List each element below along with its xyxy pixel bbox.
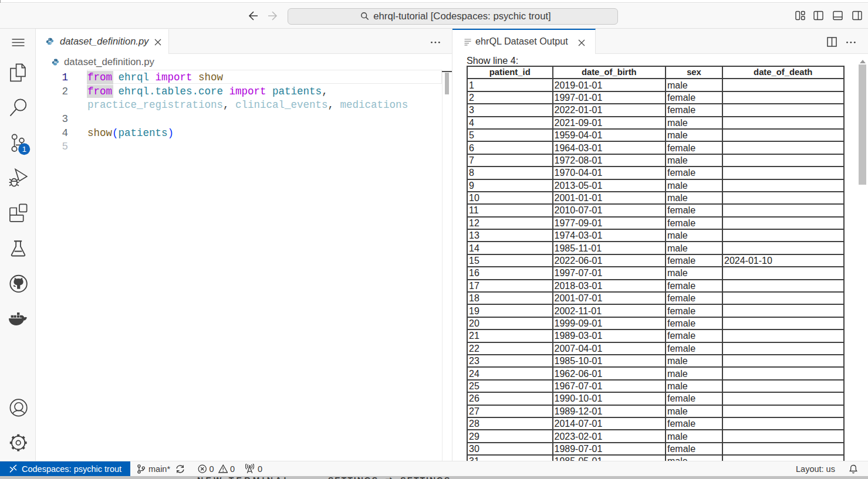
svg-text:1: 1 [22, 145, 26, 154]
